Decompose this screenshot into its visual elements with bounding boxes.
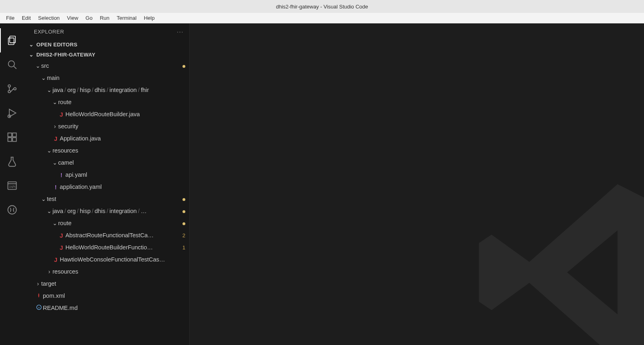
sidebar: EXPLORER ··· ⌄ OPEN EDITORS ⌄ DHIS2-FHIR… (24, 23, 190, 345)
folder-label: test (47, 196, 56, 202)
java-icon: J (57, 244, 65, 251)
menu-go[interactable]: Go (82, 14, 96, 22)
file-label: HelloWorldRouteBuilder.java (65, 111, 140, 117)
folder-package-main[interactable]: ⌄ java/ org/ hisp/ dhis/ integration/ fh… (24, 84, 189, 96)
file-abstract-test[interactable]: J AbstractRouteFunctionalTestCa… 2 (24, 229, 189, 241)
section-open-editors-label: OPEN EDITORS (36, 42, 78, 48)
file-label: pom.xml (43, 293, 65, 299)
pkg-seg: dhis (94, 87, 105, 93)
pkg-seg: hisp (80, 208, 91, 214)
file-application-yaml[interactable]: ! application.yaml (24, 181, 189, 193)
file-hello-test[interactable]: J HelloWorldRouteBuilderFunctio… 1 (24, 241, 189, 253)
menu-run[interactable]: Run (96, 14, 113, 22)
file-label: AbstractRouteFunctionalTestCa… (65, 232, 153, 238)
activity-explorer-icon[interactable] (0, 28, 24, 52)
activity-api-icon[interactable]: /API (0, 174, 24, 198)
path-sep: / (63, 208, 67, 214)
section-project[interactable]: ⌄ DHIS2-FHIR-GATEWAY (24, 50, 189, 60)
java-icon: J (52, 256, 60, 263)
path-sep: / (76, 208, 80, 214)
folder-security[interactable]: › security (24, 120, 189, 132)
folder-target[interactable]: › target (24, 278, 189, 290)
svg-line-3 (14, 66, 16, 69)
folder-route-test[interactable]: ⌄ route (24, 217, 189, 229)
yaml-icon: ! (57, 171, 65, 178)
chevron-down-icon: ⌄ (46, 147, 52, 154)
chevron-down-icon: ⌄ (28, 52, 35, 58)
menubar: File Edit Selection View Go Run Terminal… (0, 13, 644, 23)
chevron-right-icon: › (52, 123, 58, 130)
pkg-seg: java (52, 87, 63, 93)
info-icon (35, 304, 43, 312)
chevron-down-icon: ⌄ (52, 220, 58, 226)
svg-point-6 (14, 88, 16, 90)
path-sep: / (137, 87, 141, 93)
file-hawtio-test[interactable]: J HawtioWebConsoleFunctionalTestCas… (24, 253, 189, 266)
section-open-editors[interactable]: ⌄ OPEN EDITORS (24, 40, 189, 50)
folder-label: resources (52, 268, 78, 275)
sidebar-title: EXPLORER (34, 29, 64, 35)
vscode-watermark-icon (466, 167, 644, 345)
folder-main[interactable]: ⌄ main (24, 72, 189, 84)
path-sep: / (137, 208, 141, 214)
file-tree: ⌄ src ⌄ main ⌄ java/ org/ hisp/ dhis/ in… (24, 60, 189, 345)
folder-label: target (41, 280, 56, 287)
activity-testing-icon[interactable] (0, 149, 24, 174)
pkg-seg: integration (109, 87, 137, 93)
file-api-yaml[interactable]: ! api.yaml (24, 169, 189, 181)
chevron-down-icon: ⌄ (28, 42, 35, 48)
menu-terminal[interactable]: Terminal (113, 14, 140, 22)
folder-package-test[interactable]: ⌄ java/ org/ hisp/ dhis/ integration/ … (24, 205, 189, 217)
activity-search-icon[interactable] (0, 52, 24, 77)
menu-help[interactable]: Help (140, 14, 158, 22)
path-sep: / (105, 208, 109, 214)
file-application[interactable]: J Application.java (24, 132, 189, 144)
svg-rect-0 (10, 36, 15, 43)
menu-selection[interactable]: Selection (34, 14, 63, 22)
file-hello-route[interactable]: J HelloWorldRouteBuilder.java (24, 108, 189, 120)
java-icon: J (52, 135, 60, 142)
svg-rect-1 (8, 38, 14, 44)
editor-area (190, 23, 644, 345)
path-sep: / (105, 87, 109, 93)
chevron-down-icon: ⌄ (40, 75, 47, 81)
menu-edit[interactable]: Edit (18, 14, 34, 22)
window-title: dhis2-fhir-gateway - Visual Studio Code (276, 4, 368, 10)
file-label: api.yaml (65, 171, 87, 178)
folder-route[interactable]: ⌄ route (24, 96, 189, 108)
folder-camel[interactable]: ⌄ camel (24, 157, 189, 169)
menu-view[interactable]: View (63, 14, 82, 22)
folder-label: main (47, 75, 59, 81)
maven-icon (35, 293, 43, 299)
activitybar: /API (0, 23, 24, 345)
sidebar-more-icon[interactable]: ··· (177, 29, 184, 35)
activity-extensions-icon[interactable] (0, 125, 24, 149)
chevron-down-icon: ⌄ (52, 159, 58, 166)
modified-dot-icon (183, 208, 185, 214)
activity-debug-icon[interactable] (0, 101, 24, 125)
svg-rect-9 (8, 133, 12, 137)
file-label: application.yaml (60, 184, 102, 190)
activity-scm-icon[interactable] (0, 77, 24, 101)
folder-src[interactable]: ⌄ src (24, 60, 189, 72)
folder-resources[interactable]: ⌄ resources (24, 144, 189, 157)
chevron-down-icon: ⌄ (52, 99, 58, 105)
chevron-down-icon: ⌄ (46, 87, 52, 93)
svg-point-2 (8, 61, 15, 67)
problem-count: 2 (183, 232, 185, 238)
svg-point-5 (8, 90, 10, 93)
path-sep: / (76, 87, 80, 93)
pkg-seg: org (67, 87, 76, 93)
file-pom[interactable]: pom.xml (24, 290, 189, 302)
file-readme[interactable]: README.md (24, 302, 189, 314)
pkg-seg: dhis (94, 208, 105, 214)
svg-rect-12 (13, 133, 16, 137)
file-label: Application.java (60, 135, 101, 142)
menu-file[interactable]: File (2, 14, 18, 22)
folder-test[interactable]: ⌄ test (24, 193, 189, 205)
svg-rect-11 (13, 138, 16, 141)
folder-resources-test[interactable]: › resources (24, 266, 189, 278)
activity-ext-icon[interactable] (0, 198, 24, 222)
java-icon: J (57, 232, 65, 239)
svg-point-4 (8, 85, 10, 87)
